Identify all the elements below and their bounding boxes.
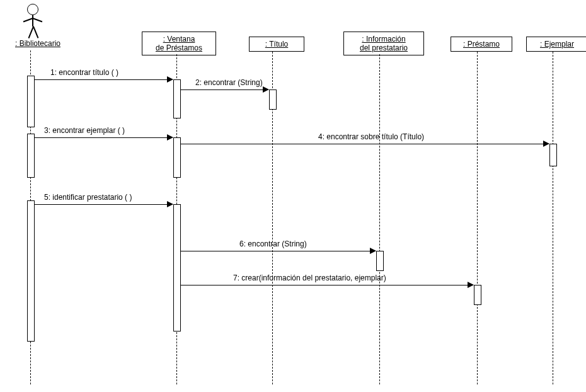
activation-titulo <box>269 89 277 110</box>
lifeline-ejemplar <box>553 52 553 384</box>
activation-ventana-3 <box>173 204 181 331</box>
activation-bibliotecario-3 <box>27 200 35 342</box>
lifeline-label: : Préstamo <box>456 40 507 49</box>
lifeline-header-titulo: : Título <box>249 37 304 52</box>
message-4-label: 4: encontrar sobre título (Título) <box>318 132 424 141</box>
message-6 <box>180 251 376 251</box>
message-2 <box>180 89 268 90</box>
arrowhead-icon <box>263 86 269 93</box>
lifeline-header-prestamo: : Préstamo <box>451 37 512 52</box>
message-1-label: 1: encontrar título ( ) <box>50 68 118 77</box>
activation-bibliotecario-1 <box>27 76 35 127</box>
lifeline-header-ventana: : Ventanade Préstamos <box>142 32 216 55</box>
activation-prestamo <box>474 285 481 305</box>
activation-info <box>376 251 384 271</box>
message-7-label: 7: crear(información del prestatario, ej… <box>233 274 386 282</box>
arrowhead-icon <box>370 248 376 254</box>
lifeline-label: : Informacióndel prestatario <box>349 35 418 52</box>
message-3 <box>34 137 173 138</box>
lifeline-label: : Ventanade Préstamos <box>147 35 210 52</box>
activation-bibliotecario-2 <box>27 134 35 178</box>
sequence-diagram: : Bibliotecario : Ventanade Préstamos : … <box>0 0 586 392</box>
message-3-label: 3: encontrar ejemplar ( ) <box>44 126 125 135</box>
activation-ventana-1 <box>173 79 181 118</box>
lifeline-label: : Título <box>255 40 299 49</box>
actor-label: : Bibliotecario <box>6 39 69 48</box>
arrowhead-icon <box>468 282 474 288</box>
message-5-label: 5: identificar prestatario ( ) <box>44 193 132 202</box>
activation-ejemplar <box>549 144 557 166</box>
arrowhead-icon <box>167 134 173 141</box>
lifeline-prestamo <box>477 52 478 384</box>
arrowhead-icon <box>543 141 549 147</box>
lifeline-label: : Ejemplar <box>532 40 582 49</box>
message-4 <box>180 144 549 144</box>
lifeline-header-ejemplar: : Ejemplar <box>526 37 586 52</box>
lifeline-header-info: : Informacióndel prestatario <box>343 32 424 55</box>
lifeline-info <box>379 54 380 384</box>
message-7 <box>180 285 473 285</box>
arrowhead-icon <box>167 201 173 207</box>
message-2-label: 2: encontrar (String) <box>195 78 263 87</box>
arrowhead-icon <box>167 76 173 83</box>
message-1 <box>34 79 173 80</box>
message-5 <box>34 204 173 205</box>
message-6-label: 6: encontrar (String) <box>239 239 307 248</box>
actor-icon <box>20 4 45 38</box>
